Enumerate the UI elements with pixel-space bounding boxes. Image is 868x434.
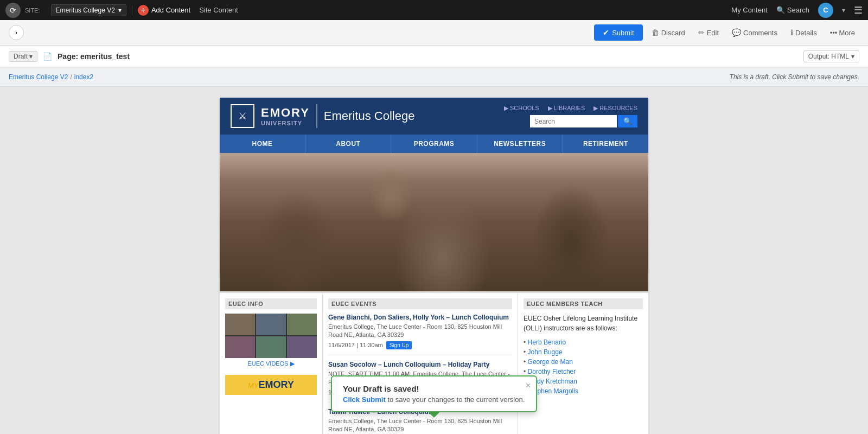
event-1-signup-button[interactable]: Sign Up <box>386 341 412 349</box>
emory-header-right: ▶ SCHOOLS ▶ LIBRARIES ▶ RESOURCES 🔍 <box>504 105 637 127</box>
nav-home[interactable]: HOME <box>220 135 305 153</box>
euec-members-header: EUEC MEMBERS TEACH <box>524 298 643 309</box>
site-content-link[interactable]: Site Content <box>199 6 238 14</box>
euec-events-header: EUEC EVENTS <box>328 298 512 309</box>
draft-notice: This is a draft. Click Submit to save ch… <box>730 73 859 81</box>
toast-tail <box>429 412 439 418</box>
draft-label: Draft <box>14 53 28 60</box>
members-intro-text: EUEC Osher Lifelong Learning Institute (… <box>524 314 643 333</box>
video-thumb-2[interactable] <box>256 314 286 335</box>
toast: × Your Draft is saved! Click Submit to s… <box>331 375 537 412</box>
info-icon: ℹ <box>790 28 793 37</box>
emory-top-nav: ▶ SCHOOLS ▶ LIBRARIES ▶ RESOURCES <box>504 105 637 112</box>
emory-search-button[interactable]: 🔍 <box>618 115 637 127</box>
breadcrumb-site-link[interactable]: Emeritus College V2 <box>9 73 68 81</box>
nav-programs[interactable]: PROGRAMS <box>391 135 477 153</box>
resources-link[interactable]: ▶ RESOURCES <box>593 105 637 112</box>
myemory-text: MYEMORY <box>248 379 294 391</box>
plus-icon: + <box>138 5 149 16</box>
page-title-bar: Draft ▾ 📄 Page: emeritus_test Output: HT… <box>0 46 868 67</box>
output-format-selector[interactable]: Output: HTML ▾ <box>803 50 859 62</box>
trash-icon: 🗑 <box>652 28 659 37</box>
emory-header: ⚔ EMORY UNIVERSITY Emeritus College ▶ SC… <box>220 98 648 135</box>
page-title: Page: emeritus_test <box>58 52 130 61</box>
hero-people-image <box>220 153 648 291</box>
event-1-title: Gene Bianchi, Don Saliers, Holly York – … <box>328 314 512 321</box>
site-label-area: SITE: <box>25 7 42 14</box>
comments-button[interactable]: 💬 Comments <box>727 25 782 40</box>
emory-search-input[interactable] <box>530 115 617 127</box>
toast-title: Your Draft is saved! <box>343 384 525 393</box>
hamburger-menu-icon[interactable]: ☰ <box>854 4 863 16</box>
emory-label: EMORY <box>259 379 294 390</box>
nav-retirement[interactable]: RETIREMENT <box>563 135 648 153</box>
draft-chevron-icon: ▾ <box>29 53 33 60</box>
member-link-4[interactable]: Dorothy Fletcher <box>524 367 643 376</box>
draft-badge[interactable]: Draft ▾ <box>9 51 37 62</box>
event-1-desc: Emeritus College, The Luce Center - Room… <box>328 323 512 340</box>
video-thumb-4[interactable] <box>225 336 255 358</box>
emory-title: EMORY <box>261 106 310 120</box>
video-thumb-3[interactable] <box>287 314 317 335</box>
video-thumb-6[interactable] <box>287 336 317 358</box>
myemory-badge: MYEMORY <box>225 375 317 395</box>
toolbar-right: ✔ Submit 🗑 Discard ✏ Edit 💬 Comments ℹ D… <box>594 24 859 41</box>
toast-notification-area: × Your Draft is saved! Click Submit to s… <box>331 375 537 418</box>
more-button[interactable]: ••• More <box>826 26 859 40</box>
comments-label: Comments <box>743 29 777 37</box>
member-link-5[interactable]: Trudy Kretchman <box>524 376 643 386</box>
submit-button[interactable]: ✔ Submit <box>594 24 642 41</box>
collapse-button[interactable]: › <box>9 25 24 40</box>
member-link-6[interactable]: Stephen Margolis <box>524 386 643 396</box>
video-thumb-1[interactable] <box>225 314 255 335</box>
emory-subtitle: UNIVERSITY <box>261 120 310 126</box>
nav-newsletters[interactable]: NEWSLETTERS <box>477 135 563 153</box>
ellipsis-icon: ••• <box>830 29 838 37</box>
my-content-link[interactable]: My Content <box>731 6 767 14</box>
event-3-desc: Emeritus College, The Luce Center - Room… <box>328 417 512 434</box>
member-link-2[interactable]: John Bugge <box>524 347 643 357</box>
member-link-3[interactable]: George de Man <box>524 357 643 367</box>
euec-info-header: EUEC INFO <box>225 298 317 309</box>
edit-button[interactable]: ✏ Edit <box>694 25 723 40</box>
toast-submit-link[interactable]: Click Submit <box>343 395 386 404</box>
search-icon: 🔍 <box>776 6 785 14</box>
euec-info-column: EUEC INFO EUEC VIDEOS ▶ MYEMORY <box>220 293 323 434</box>
libraries-link[interactable]: ▶ LIBRARIES <box>548 105 585 112</box>
site-selector-dropdown[interactable]: Emeritus College V2 ▾ <box>51 4 126 16</box>
event-item-1: Gene Bianchi, Don Saliers, Holly York – … <box>328 314 512 355</box>
breadcrumb-separator: / <box>70 73 72 81</box>
app-logo: ⟳ <box>5 3 21 18</box>
schools-link[interactable]: ▶ SCHOOLS <box>504 105 539 112</box>
breadcrumb-bar: Emeritus College V2 / index2 This is a d… <box>0 67 868 87</box>
details-button[interactable]: ℹ Details <box>786 25 821 40</box>
chevron-down-icon[interactable]: ▾ <box>842 7 845 14</box>
video-thumb-5[interactable] <box>256 336 286 358</box>
add-content-button[interactable]: + Add Content <box>138 5 190 16</box>
top-navigation-bar: ⟳ SITE: Emeritus College V2 ▾ + Add Cont… <box>0 0 868 20</box>
toast-close-button[interactable]: × <box>526 381 531 391</box>
output-chevron-icon: ▾ <box>851 53 854 60</box>
search-link[interactable]: 🔍 Search <box>776 6 809 14</box>
search-label: Search <box>787 6 809 14</box>
top-bar-right-actions: My Content 🔍 Search C ▾ ☰ <box>731 3 863 18</box>
toolbar: › ✔ Submit 🗑 Discard ✏ Edit 💬 Comments ℹ… <box>0 20 868 46</box>
pencil-icon: ✏ <box>698 28 705 37</box>
nav-about[interactable]: ABOUT <box>305 135 391 153</box>
member-link-1[interactable]: Herb Benario <box>524 337 643 347</box>
euec-video-grid <box>225 314 317 358</box>
divider <box>132 5 132 16</box>
breadcrumb-page-link[interactable]: index2 <box>74 73 93 81</box>
discard-button[interactable]: 🗑 Discard <box>647 25 690 40</box>
toast-body-text: to save your changes to the current vers… <box>387 395 525 404</box>
user-avatar[interactable]: C <box>818 3 833 18</box>
my-label: MY <box>248 381 259 390</box>
chevron-down-icon: ▾ <box>118 7 122 14</box>
page-type-icon: 📄 <box>43 52 52 61</box>
hero-image <box>220 153 648 291</box>
euec-videos-link[interactable]: EUEC VIDEOS ▶ <box>225 358 317 369</box>
header-divider <box>316 104 317 128</box>
toast-body: Click Submit to save your changes to the… <box>343 395 525 404</box>
comment-icon: 💬 <box>732 28 741 37</box>
breadcrumb: Emeritus College V2 / index2 <box>9 73 93 81</box>
